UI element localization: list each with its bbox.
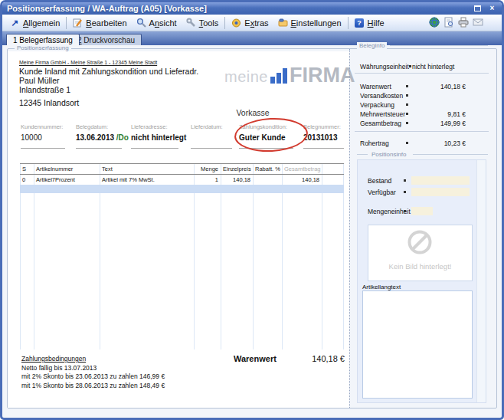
beleginfo-row-gesamtbetrag: Gesamtbetrag 149,99 € (360, 120, 489, 127)
verfuegbar-value-box (411, 188, 470, 196)
col-header-artikelnummer: Artikelnummer (34, 166, 100, 172)
bar-chart-logo-icon (270, 68, 287, 84)
wrench-icon (186, 18, 196, 28)
artikellangtext-textarea[interactable] (362, 290, 473, 399)
positionsinfo-row-bestand: Bestand (368, 177, 475, 185)
panel-splitter[interactable] (349, 49, 350, 408)
bullet-icon (409, 65, 411, 67)
article-image-box: Kein Bild hinterlegt! (368, 225, 473, 281)
warenwert-label: Warenwert (234, 354, 277, 363)
items-table[interactable]: S Artikelnummer Text Menge Einzelpreis R… (20, 163, 344, 349)
document-preview[interactable]: Meine Firma GmbH - Meine Straße 1 - 1234… (8, 51, 349, 408)
restore-icon (474, 5, 481, 11)
beleginfo-row-rohertrag: Rohertrag 10,23 € (360, 139, 489, 147)
beleginfo-label: Beleginfo (357, 42, 387, 49)
menu-separator (348, 17, 349, 29)
menu-item-einstellungen[interactable]: Einstellungen (273, 16, 346, 30)
payment-terms-line: mit 2% Skonto bis 23.06.2013 zu zahlen 1… (21, 372, 165, 382)
field-belegnummer[interactable]: Belegnummer: 20131013 (303, 123, 344, 149)
close-icon: × (490, 4, 495, 12)
mail-icon[interactable] (473, 17, 483, 28)
selected-empty-row[interactable] (20, 185, 344, 193)
table-row[interactable]: 0 Artikel7Prozent Artikel mit 7% MwSt. 1… (20, 175, 344, 184)
col-header-rabatt: Rabatt. % (253, 166, 282, 172)
restore-button[interactable] (472, 3, 483, 13)
col-header-einzelpreis: Einzelpreis (221, 166, 253, 172)
payment-terms-title: Zahlungsbedingungen (21, 355, 165, 364)
tabstrip: 1 Belegerfassung 2 Druckvorschau (2, 31, 502, 45)
positionsinfo-row-mengeneinheit: Mengeneinheit (368, 208, 475, 215)
col-header-gesamtbetrag: Gesamtbetrag (282, 166, 322, 172)
sender-line: Meine Firma GmbH - Meine Straße 1 - 1234… (19, 60, 157, 65)
field-lieferadresse[interactable]: Lieferadresse: nicht hinterlegt (131, 123, 178, 149)
beleginfo-row-versandkosten: Versandkosten (360, 92, 489, 100)
arrow-up-right-icon: ↗ (10, 18, 20, 28)
globe-icon[interactable] (429, 17, 440, 28)
tab-belegerfassung[interactable]: 1 Belegerfassung (6, 34, 80, 45)
menu-item-tools[interactable]: Tools (182, 16, 224, 30)
window-title: Positionserfassung / WA-Auftrag (A05) [V… (2, 4, 207, 13)
payment-terms: Zahlungsbedingungen Netto fällig bis 13.… (21, 355, 165, 390)
beleginfo-row-verpackung: Verpackung (360, 101, 489, 109)
col-header-menge: Menge (194, 166, 221, 172)
extras-gold-icon (231, 18, 241, 28)
menu-item-extras[interactable]: Extras (227, 16, 273, 30)
address-city: 12345 Inlandsort (19, 98, 79, 107)
logo-text-firma: FIRMA (290, 66, 355, 84)
app-window: Positionserfassung / WA-Auftrag (A05) [V… (0, 0, 504, 420)
bullet-icon (404, 210, 406, 212)
document-preview-icon[interactable] (443, 17, 454, 28)
printer-icon[interactable] (458, 17, 469, 28)
bullet-icon (406, 103, 408, 106)
menu-item-bearbeiten[interactable]: Bearbeiten (68, 16, 131, 30)
field-lieferdatum[interactable]: Lieferdatum: (191, 123, 232, 149)
address-line: Inlandstraße 1 (19, 85, 198, 94)
weekday-suffix: /Do (114, 133, 129, 142)
warenwert-value: 140,18 € (282, 354, 345, 363)
menu-item-ansicht[interactable]: Ansicht (132, 16, 182, 30)
menubar: ↗ Allgemein Bearbeiten Ansicht Tools (2, 15, 502, 31)
table-header: S Artikelnummer Text Menge Einzelpreis R… (20, 163, 344, 175)
beleginfo-row-waehrungseinheit: Währungseinheit nicht hinterlegt (360, 63, 489, 71)
payment-terms-line: mit 1% Skonto bis 28.06.2013 zu zahlen 1… (21, 382, 165, 391)
col-header-text: Text (100, 166, 194, 172)
menu-separator (224, 17, 225, 29)
magnifier-icon (136, 18, 146, 28)
artikellangtext-label: Artikellangtext (362, 284, 401, 290)
positionsinfo-label: Positionsinfo (369, 151, 408, 158)
menu-separator (66, 17, 67, 29)
tab-druckvorschau[interactable]: 2 Druckvorschau (70, 34, 142, 45)
address-line: Paul Müller (19, 76, 198, 85)
positionsinfo-scrollbar[interactable] (476, 160, 486, 402)
bestand-value-box (411, 176, 470, 185)
address-line: Kunde Inland mit Zahlungskondition und L… (19, 67, 198, 76)
bullet-icon (404, 191, 406, 193)
col-header-s: S (20, 166, 34, 172)
field-kundennummer[interactable]: Kundennummer: 10000 (21, 123, 65, 149)
menu-item-allgemein[interactable]: ↗ Allgemein (5, 16, 64, 30)
address-block: Kunde Inland mit Zahlungskondition und L… (19, 67, 198, 94)
edit-pencil-icon (73, 18, 83, 28)
close-button[interactable]: × (486, 3, 498, 13)
bullet-icon (404, 179, 406, 182)
positionsinfo-row-verfuegbar: Verfügbar (368, 189, 475, 196)
bullet-icon (406, 94, 408, 97)
help-question-icon: ? (355, 18, 365, 28)
no-image-text: Kein Bild hinterlegt! (368, 262, 472, 271)
red-annotation-circle (234, 116, 309, 154)
mengeneinheit-value-box (411, 207, 433, 215)
field-belegdatum[interactable]: Belegdatum: 13.06.2013 /Do (76, 123, 122, 149)
company-logo: meine FIRMA (224, 67, 355, 84)
beleginfo-row-mehrwertsteuer: Mehrwertsteuer 9,81 € (360, 110, 489, 118)
settings-folder-icon (278, 18, 288, 28)
logo-text-meine: meine (224, 69, 268, 84)
document-type: Vorkasse (226, 108, 280, 117)
beleginfo-row-warenwert: Warenwert 140,18 € (360, 83, 489, 90)
groupbox-label: Positionserfassung (15, 44, 71, 51)
no-image-icon (407, 229, 433, 258)
payment-terms-line: Netto fällig bis 13.07.2013 (21, 364, 165, 373)
menu-item-hilfe[interactable]: ? Hilfe (350, 16, 389, 30)
titlebar[interactable]: Positionserfassung / WA-Auftrag (A05) [V… (2, 2, 502, 15)
